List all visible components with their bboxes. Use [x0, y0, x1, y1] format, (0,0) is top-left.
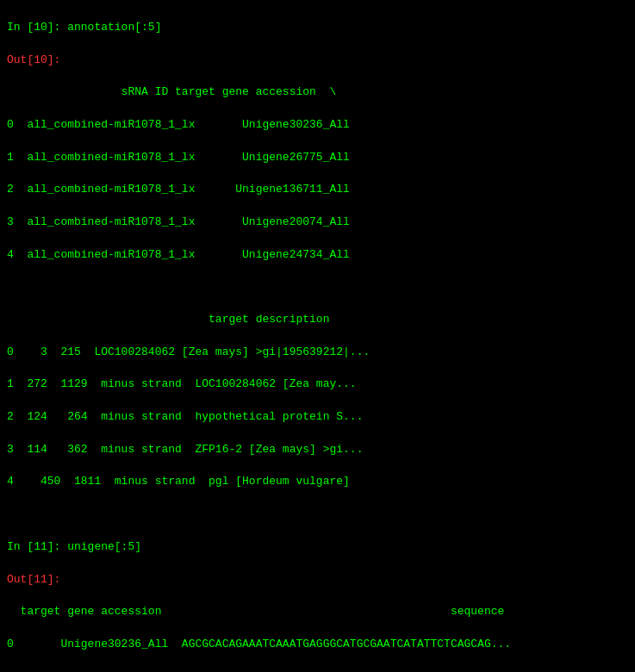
line-3: sRNA ID target gene accession \: [7, 84, 628, 101]
in-prompt-11: In [11]: unigene[:5]: [7, 540, 141, 553]
line-8: 4 all_combined-miR1078_1_lx Unigene24734…: [7, 247, 628, 264]
line-19: 1 Unigene26775_All TCAGCAGTTGTTGGTGTTATG…: [7, 669, 628, 672]
line-9: target description: [7, 312, 628, 328]
line-14: 4 450 1811 minus strand pgl [Hordeum vul…: [7, 474, 628, 490]
line-15: In [11]: unigene[:5]: [7, 539, 628, 556]
out-prompt-11: Out[11]:: [7, 573, 60, 586]
line-4: 0 all_combined-miR1078_1_lx Unigene30236…: [7, 117, 628, 134]
line-blank-1: [7, 279, 628, 296]
line-17: target gene accession sequence: [7, 604, 628, 620]
line-16: Out[11]:: [7, 572, 628, 588]
line-12: 2 124 264 minus strand hypothetical prot…: [7, 409, 628, 426]
out-prompt: Out[10]:: [7, 53, 60, 66]
line-18: 0 Unigene30236_All AGCGCACAGAAATCAAATGAG…: [7, 637, 628, 653]
line-2: Out[10]:: [7, 53, 628, 69]
line-7: 3 all_combined-miR1078_1_lx Unigene20074…: [7, 215, 628, 231]
line-blank-2: [7, 507, 628, 523]
terminal-window: In [10]: annotation[:5] Out[10]: sRNA ID…: [0, 0, 635, 672]
line-11: 1 272 1129 minus strand LOC100284062 [Ze…: [7, 376, 628, 393]
line-5: 1 all_combined-miR1078_1_lx Unigene26775…: [7, 150, 628, 166]
line-1: In [10]: annotation[:5]: [7, 20, 628, 36]
line-13: 3 114 362 minus strand ZFP16-2 [Zea mays…: [7, 442, 628, 458]
in-prompt: In [10]: annotation[:5]: [7, 21, 161, 34]
line-10: 0 3 215 LOC100284062 [Zea mays] >gi|1956…: [7, 345, 628, 361]
line-6: 2 all_combined-miR1078_1_lx Unigene13671…: [7, 182, 628, 198]
